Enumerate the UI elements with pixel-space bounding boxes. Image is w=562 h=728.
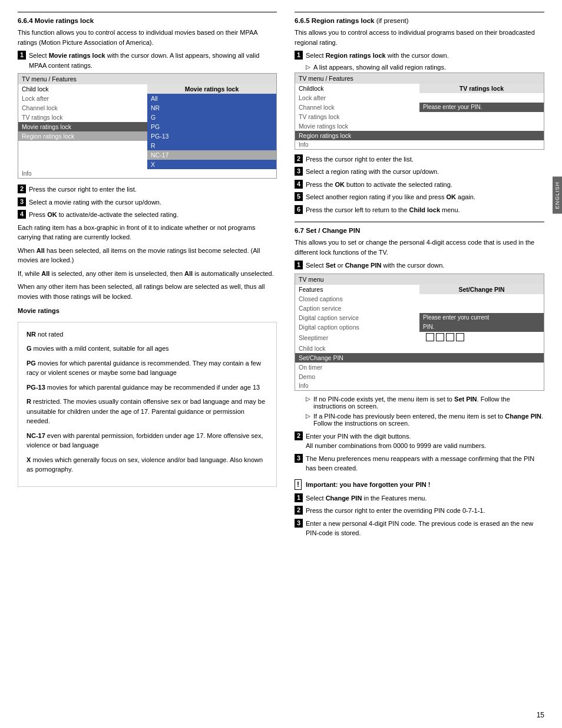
menu2-info: Info: [295, 140, 544, 150]
table-row: [419, 353, 544, 363]
note-2-text: If a PIN-code has previously been entere…: [313, 413, 544, 427]
pin-box-1: [426, 333, 434, 341]
step-num-3p: 3: [295, 454, 303, 463]
step-1-bold: Movie ratings lock: [49, 52, 105, 59]
menu3-col2: Set/Change PIN: [419, 285, 544, 294]
step-1r-indent: ▷ A list appears, showing all valid regi…: [306, 64, 544, 71]
step-num-2: 2: [18, 185, 26, 193]
step-num-5r: 5: [295, 192, 303, 201]
step-num-4: 4: [18, 210, 26, 219]
arrow-icon-1: ▷: [306, 396, 310, 402]
step-1p-text: Select Set or Change PIN with the cursor…: [306, 261, 544, 271]
step-3p-text: The Menu preferences menu reappears with…: [306, 454, 544, 473]
table-row: [18, 160, 148, 169]
table-row: Digital caption options: [295, 322, 420, 332]
menu3-title: TV menu: [295, 274, 544, 285]
pin-box-3: [446, 333, 454, 341]
rating-pg13: PG-13 movies for which parental guidance…: [27, 383, 268, 393]
step-num-3: 3: [18, 197, 26, 206]
changepin-bold-2: Change PIN: [505, 413, 541, 420]
step-num-6r: 6: [295, 205, 303, 214]
table-row: G: [147, 113, 277, 122]
table-row: [419, 363, 544, 372]
step-1-pin: 1 Select Set or Change PIN with the curs…: [295, 261, 544, 271]
menu2-col1: Childlock: [295, 84, 420, 93]
step-num-4r: 4: [295, 180, 303, 189]
section-665-note: (if present): [376, 17, 409, 24]
step-6-right: 6 Press the cursor left to return to the…: [295, 205, 544, 215]
menu-table-1: TV menu / Features Child lock Movie rati…: [18, 73, 277, 179]
step-1-text: Select Movie ratings lock with the curso…: [29, 51, 277, 70]
step-num-2r: 2: [295, 154, 303, 163]
step-3-imp: 3 Enter a new personal 4-digit PIN code.…: [295, 519, 544, 538]
pin-boxes: [426, 333, 464, 341]
step-1-left: 1 Select Movie ratings lock with the cur…: [18, 51, 277, 70]
section-664-intro: This function allows you to control acce…: [18, 28, 277, 47]
menu1-title: TV menu / Features: [18, 74, 277, 85]
section-67-intro: This allows you to set or change the per…: [295, 238, 544, 257]
english-tab: ENGLISH: [553, 177, 562, 214]
step-1-imp: 1 Select Change PIN in the Features menu…: [295, 493, 544, 503]
table-row: PIN.: [419, 322, 544, 332]
step-num-1p: 1: [295, 261, 303, 269]
menu2-title: TV menu / Features: [295, 73, 544, 84]
table-row: PG: [147, 122, 277, 131]
step-3-text: Select a movie rating with the cursor up…: [29, 197, 277, 207]
step-num-2i: 2: [295, 506, 303, 515]
menu1-col1: Child lock: [18, 84, 148, 94]
rating-nr: NR not rated: [27, 330, 268, 340]
table-row: NC-17: [147, 150, 277, 160]
table-row: TV ratings lock: [295, 112, 420, 121]
table-row: Channel lock: [295, 103, 420, 112]
step-4-text: Press OK to activate/de-activate the sel…: [29, 210, 277, 220]
step-2-right: 2 Press the cursor right to enter the li…: [295, 154, 544, 164]
set-bold: Set: [326, 262, 336, 269]
important-title: ! Important: you have forgotten your PIN…: [295, 479, 544, 490]
table-row: On timer: [295, 363, 420, 372]
table-row: Digital caption service: [295, 313, 420, 322]
rating-nc17: NC-17 even with parental permission, for…: [27, 431, 268, 450]
table-row: Set/Change PIN: [295, 353, 420, 363]
ratings-box: NR not rated G movies with a mild conten…: [18, 322, 277, 487]
table-row: [419, 344, 544, 353]
section-664-title: 6.6.4 Movie ratings lock: [18, 12, 277, 24]
step-2-left: 2 Press the cursor right to enter the li…: [18, 185, 277, 195]
changepin-bold-3: Change PIN: [326, 495, 362, 502]
right-column: 6.6.5 Region ratings lock (if present) T…: [295, 12, 544, 716]
step-4-right: 4 Press the OK button to activate the se…: [295, 180, 544, 190]
menu1-col2: Movie ratings lock: [147, 84, 277, 94]
section-665-title: 6.6.5 Region ratings lock (if present): [295, 12, 544, 24]
section-665-intro: This allows you to control access to ind…: [295, 28, 544, 47]
note-1-text: If no PIN-code exists yet, the menu item…: [313, 396, 544, 410]
table-row: R: [147, 141, 277, 150]
step-1r-indent-text: A list appears, showing all valid region…: [313, 64, 446, 71]
menu3-info: Info: [295, 381, 544, 391]
table-row: Please enter your PIN.: [419, 103, 544, 112]
table-row: [419, 93, 544, 103]
step-5-right: 5 Select another region rating if you li…: [295, 192, 544, 202]
table-row: Movie ratings lock: [18, 122, 148, 131]
table-row: [419, 112, 544, 121]
table-row: Child lock: [295, 344, 420, 353]
step-num-3i: 3: [295, 519, 303, 528]
table-row: Please enter yoru current: [419, 313, 544, 322]
table-row: Caption service: [295, 304, 420, 313]
table-row: Demo: [295, 372, 420, 381]
menu-table-3: TV menu Features Set/Change PIN Closed c…: [295, 274, 544, 391]
para-4: When any other item has been selected, a…: [18, 282, 277, 301]
page-number: 15: [537, 711, 544, 719]
important-title-text: Important: you have forgotten your PIN !: [306, 481, 430, 488]
step-4-left: 4 Press OK to activate/de-activate the s…: [18, 210, 277, 220]
table-row: [419, 304, 544, 313]
table-row: [419, 121, 544, 131]
step-2p-text: Enter your PIN with the digit buttons.Al…: [306, 431, 544, 451]
step-num-1i: 1: [295, 493, 303, 502]
step-2-imp: 2 Press the cursor right to enter the ov…: [295, 506, 544, 516]
table-row: PG-13: [147, 131, 277, 141]
table-row: Channel lock: [18, 103, 148, 113]
arrow-icon: ▷: [306, 64, 310, 70]
note-1: ▷ If no PIN-code exists yet, the menu it…: [306, 396, 544, 410]
ok-bold-r2: OK: [446, 193, 456, 200]
para-2: When All has been selected, all items on…: [18, 246, 277, 265]
rating-r: R restricted. The movies usually contain…: [27, 397, 268, 426]
